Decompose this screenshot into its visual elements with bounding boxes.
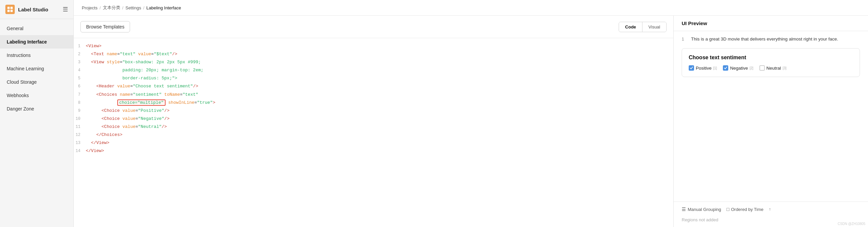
hamburger-icon[interactable]: ☰: [63, 6, 68, 13]
code-token: "Choose text sentiment": [133, 84, 193, 89]
code-token: =: [135, 108, 138, 113]
code-token: [86, 124, 101, 129]
breadcrumb-sep-3: /: [143, 5, 145, 10]
line-content: <View>: [86, 42, 673, 50]
code-token: />: [164, 108, 169, 113]
code-token: =: [135, 116, 138, 121]
svg-rect-0: [7, 7, 10, 9]
code-line-11: 11 <Choice value="Neutral"/>: [74, 123, 673, 131]
sidebar-item-instructions[interactable]: Instructions: [0, 48, 73, 62]
choice-item-negative[interactable]: Negative[2]: [723, 65, 753, 71]
code-token: </Choices>: [96, 132, 122, 137]
code-token: [86, 68, 122, 73]
line-number: 7: [74, 91, 86, 98]
code-token: [86, 52, 91, 57]
sidebar-item-labeling-interface[interactable]: Labeling Interface: [0, 35, 73, 48]
code-token: [86, 76, 122, 81]
code-token: value: [122, 124, 135, 129]
choice-item-positive[interactable]: Positive[1]: [689, 65, 717, 71]
code-token: [165, 100, 168, 105]
code-token: [115, 84, 117, 89]
main-content: Projects / 文本分类 / Settings / Labeling In…: [74, 0, 868, 227]
svg-rect-1: [10, 7, 13, 9]
code-line-10: 10 <Choice value="Negative"/>: [74, 115, 673, 123]
code-token: "Positive": [138, 108, 164, 113]
sidebar-item-webhooks[interactable]: Webhooks: [0, 89, 73, 102]
code-token: />: [193, 84, 198, 89]
code-token: [86, 140, 91, 145]
line-number: 10: [74, 116, 86, 122]
line-content: </View>: [86, 139, 673, 147]
code-token: <Header: [96, 84, 115, 89]
line-content: <Choices name="sentiment" toName="text": [86, 91, 673, 98]
sidebar-item-cloud-storage[interactable]: Cloud Storage: [0, 75, 73, 89]
breadcrumb-project-name[interactable]: 文本分类: [103, 5, 120, 11]
code-token: <Choice: [101, 116, 120, 121]
sidebar-item-machine-learning[interactable]: Machine Learning: [0, 62, 73, 75]
preview-title: UI Preview: [674, 16, 868, 31]
code-editor[interactable]: 1<View>2 <Text name="text" value="$text"…: [74, 38, 673, 227]
browse-templates-button[interactable]: Browse Templates: [81, 21, 130, 32]
choice-item-neutral[interactable]: Neutral[3]: [760, 65, 786, 71]
code-token: "text": [120, 52, 135, 57]
app-title: Label Studio: [18, 7, 48, 12]
breadcrumb: Projects / 文本分类 / Settings / Labeling In…: [74, 0, 868, 16]
code-token: "sentiment": [133, 92, 161, 97]
sort-arrow-icon[interactable]: ↑: [769, 207, 771, 212]
logo-icon: [5, 5, 15, 14]
code-line-6: 6 <Header value="Choose text sentiment"/…: [74, 83, 673, 90]
code-view-button[interactable]: Code: [619, 22, 643, 32]
code-token: "Neutral": [138, 124, 161, 129]
breadcrumb-projects[interactable]: Projects: [82, 5, 97, 10]
preview-text-row: 1 This is a great 3D movie that delivers…: [682, 36, 860, 41]
code-token: [86, 116, 101, 121]
preview-text: This is a great 3D movie that delivers e…: [691, 36, 838, 41]
code-token: </View>: [86, 148, 104, 153]
sidebar: Label Studio ☰ General Labeling Interfac…: [0, 0, 74, 227]
code-token: =: [180, 92, 183, 97]
choice-checkbox-neutral[interactable]: [760, 65, 765, 71]
code-line-13: 13 </View>: [74, 139, 673, 147]
line-number: 12: [74, 132, 86, 138]
hamburger-lines-icon: ☰: [682, 206, 686, 212]
line-content: <Text name="text" value="$text"/>: [86, 51, 673, 58]
code-line-5: 5 border-radius: 5px;">: [74, 74, 673, 83]
calendar-icon: □: [726, 206, 729, 212]
choice-checkbox-positive[interactable]: [689, 65, 694, 71]
code-token: value: [138, 52, 151, 57]
code-token: style: [106, 60, 120, 65]
preview-line-number: 1: [682, 36, 687, 41]
code-line-9: 9 <Choice value="Positive"/>: [74, 107, 673, 115]
svg-rect-2: [7, 10, 10, 12]
choice-label-neutral: Neutral: [767, 66, 781, 71]
code-token: [86, 84, 96, 89]
breadcrumb-sep-2: /: [122, 5, 124, 10]
visual-view-button[interactable]: Visual: [643, 22, 666, 32]
line-number: 13: [74, 140, 86, 146]
code-token: />: [172, 52, 178, 57]
code-token: <Choice: [101, 124, 120, 129]
code-token: =: [151, 52, 154, 57]
code-line-14: 14</View>: [74, 147, 673, 155]
line-number: 5: [74, 75, 86, 82]
svg-rect-3: [10, 10, 13, 12]
choice-checkbox-negative[interactable]: [723, 65, 728, 71]
ordered-by-time-button[interactable]: □ Ordered by Time: [726, 206, 764, 212]
code-token: "box-shadow: 2px 2px 5px #999;: [122, 60, 201, 65]
code-token: "Negative": [138, 116, 164, 121]
code-token: <Text: [91, 52, 104, 57]
line-content: border-radius: 5px;">: [86, 75, 673, 82]
code-line-3: 3 <View style="box-shadow: 2px 2px 5px #…: [74, 58, 673, 66]
sidebar-item-danger-zone[interactable]: Danger Zone: [0, 102, 73, 116]
regions-empty-label: Regions not added: [682, 215, 860, 222]
code-token: [135, 52, 138, 57]
manual-grouping-button[interactable]: ☰ Manual Grouping: [682, 206, 721, 212]
line-content: <Choice value="Neutral"/>: [86, 123, 673, 131]
code-toolbar: Browse Templates Code Visual: [74, 16, 673, 38]
watermark: CSDN @ZH10805: [838, 222, 865, 226]
sidebar-item-general[interactable]: General: [0, 22, 73, 35]
code-token: name: [120, 92, 130, 97]
breadcrumb-settings[interactable]: Settings: [125, 5, 141, 10]
line-content: <Choice value="Positive"/>: [86, 107, 673, 115]
view-toggle: Code Visual: [619, 22, 666, 32]
